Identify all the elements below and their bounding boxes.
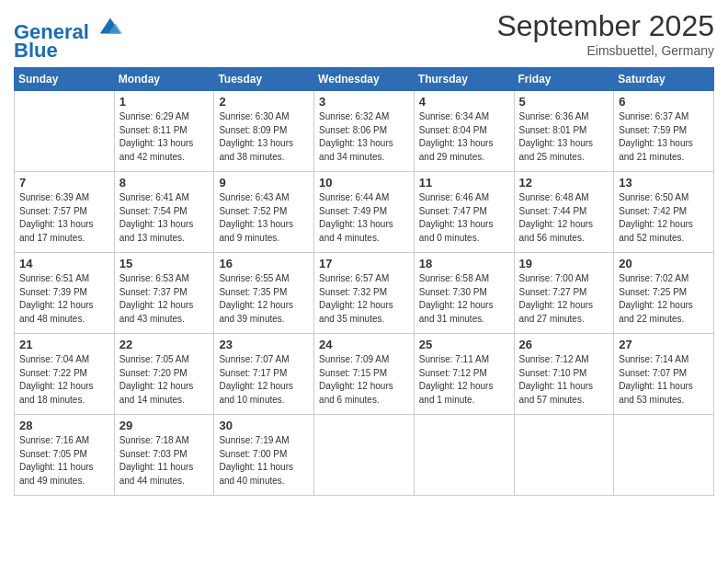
day-number: 5 bbox=[519, 95, 609, 109]
cell-content: Sunrise: 7:18 AMSunset: 7:03 PMDaylight:… bbox=[119, 434, 210, 488]
calendar-cell bbox=[15, 91, 115, 172]
day-header-wednesday: Wednesday bbox=[314, 68, 415, 91]
day-number: 30 bbox=[219, 419, 309, 432]
cell-content: Sunrise: 6:55 AMSunset: 7:35 PMDaylight:… bbox=[219, 272, 309, 326]
calendar-cell: 1Sunrise: 6:29 AMSunset: 8:11 PMDaylight… bbox=[114, 91, 214, 172]
calendar-cell: 3Sunrise: 6:32 AMSunset: 8:06 PMDaylight… bbox=[314, 91, 415, 172]
cell-content: Sunrise: 6:41 AMSunset: 7:54 PMDaylight:… bbox=[119, 191, 210, 245]
cell-content: Sunrise: 6:50 AMSunset: 7:42 PMDaylight:… bbox=[619, 191, 709, 245]
day-number: 21 bbox=[19, 338, 109, 351]
cell-content: Sunrise: 7:16 AMSunset: 7:05 PMDaylight:… bbox=[19, 434, 109, 488]
calendar-table: SundayMondayTuesdayWednesdayThursdayFrid… bbox=[14, 67, 714, 496]
day-number: 19 bbox=[519, 257, 609, 270]
day-header-thursday: Thursday bbox=[414, 68, 514, 91]
calendar-cell: 26Sunrise: 7:12 AMSunset: 7:10 PMDayligh… bbox=[514, 334, 614, 415]
calendar-cell: 22Sunrise: 7:05 AMSunset: 7:20 PMDayligh… bbox=[114, 334, 214, 415]
cell-content: Sunrise: 6:53 AMSunset: 7:37 PMDaylight:… bbox=[119, 272, 210, 326]
calendar-cell bbox=[314, 415, 415, 496]
calendar-cell: 8Sunrise: 6:41 AMSunset: 7:54 PMDaylight… bbox=[114, 172, 214, 253]
calendar-cell: 14Sunrise: 6:51 AMSunset: 7:39 PMDayligh… bbox=[15, 253, 115, 334]
calendar-cell: 10Sunrise: 6:44 AMSunset: 7:49 PMDayligh… bbox=[314, 172, 415, 253]
day-header-monday: Monday bbox=[114, 68, 214, 91]
cell-content: Sunrise: 6:44 AMSunset: 7:49 PMDaylight:… bbox=[319, 191, 409, 245]
calendar-cell: 24Sunrise: 7:09 AMSunset: 7:15 PMDayligh… bbox=[314, 334, 415, 415]
day-number: 2 bbox=[219, 95, 309, 109]
day-number: 25 bbox=[419, 338, 509, 351]
day-number: 26 bbox=[519, 338, 609, 351]
cell-content: Sunrise: 7:00 AMSunset: 7:27 PMDaylight:… bbox=[519, 272, 609, 326]
day-header-saturday: Saturday bbox=[614, 68, 714, 91]
calendar-cell: 17Sunrise: 6:57 AMSunset: 7:32 PMDayligh… bbox=[314, 253, 415, 334]
cell-content: Sunrise: 6:32 AMSunset: 8:06 PMDaylight:… bbox=[319, 110, 409, 164]
calendar-cell: 13Sunrise: 6:50 AMSunset: 7:42 PMDayligh… bbox=[614, 172, 714, 253]
calendar-cell: 7Sunrise: 6:39 AMSunset: 7:57 PMDaylight… bbox=[15, 172, 115, 253]
day-number: 28 bbox=[19, 419, 109, 432]
calendar-cell bbox=[614, 415, 714, 496]
cell-content: Sunrise: 6:36 AMSunset: 8:01 PMDaylight:… bbox=[519, 110, 609, 164]
cell-content: Sunrise: 6:43 AMSunset: 7:52 PMDaylight:… bbox=[219, 191, 309, 245]
day-number: 16 bbox=[219, 257, 309, 270]
calendar-week-4: 21Sunrise: 7:04 AMSunset: 7:22 PMDayligh… bbox=[15, 334, 714, 415]
calendar-week-3: 14Sunrise: 6:51 AMSunset: 7:39 PMDayligh… bbox=[15, 253, 714, 334]
day-number: 1 bbox=[119, 95, 210, 109]
day-number: 22 bbox=[119, 338, 210, 351]
cell-content: Sunrise: 7:14 AMSunset: 7:07 PMDaylight:… bbox=[619, 353, 709, 407]
day-header-friday: Friday bbox=[514, 68, 614, 91]
day-number: 17 bbox=[319, 257, 409, 270]
calendar-cell: 12Sunrise: 6:48 AMSunset: 7:44 PMDayligh… bbox=[514, 172, 614, 253]
cell-content: Sunrise: 7:19 AMSunset: 7:00 PMDaylight:… bbox=[219, 434, 309, 488]
day-number: 8 bbox=[119, 176, 210, 190]
day-number: 14 bbox=[19, 257, 109, 270]
calendar-cell: 30Sunrise: 7:19 AMSunset: 7:00 PMDayligh… bbox=[214, 415, 314, 496]
day-number: 10 bbox=[319, 176, 409, 190]
calendar-cell: 6Sunrise: 6:37 AMSunset: 7:59 PMDaylight… bbox=[614, 91, 714, 172]
title-area: September 2025 Eimsbuettel, Germany bbox=[496, 9, 714, 58]
day-number: 18 bbox=[419, 257, 509, 270]
day-number: 20 bbox=[619, 257, 709, 270]
cell-content: Sunrise: 6:48 AMSunset: 7:44 PMDaylight:… bbox=[519, 191, 609, 245]
calendar-cell bbox=[414, 415, 514, 496]
calendar-cell: 23Sunrise: 7:07 AMSunset: 7:17 PMDayligh… bbox=[214, 334, 314, 415]
logo-icon bbox=[97, 13, 122, 39]
day-number: 23 bbox=[219, 338, 309, 351]
cell-content: Sunrise: 6:58 AMSunset: 7:30 PMDaylight:… bbox=[419, 272, 509, 326]
calendar-cell: 27Sunrise: 7:14 AMSunset: 7:07 PMDayligh… bbox=[614, 334, 714, 415]
day-number: 11 bbox=[419, 176, 509, 190]
cell-content: Sunrise: 7:04 AMSunset: 7:22 PMDaylight:… bbox=[19, 353, 109, 407]
calendar-week-5: 28Sunrise: 7:16 AMSunset: 7:05 PMDayligh… bbox=[15, 415, 714, 496]
calendar-cell: 29Sunrise: 7:18 AMSunset: 7:03 PMDayligh… bbox=[114, 415, 214, 496]
calendar-cell: 11Sunrise: 6:46 AMSunset: 7:47 PMDayligh… bbox=[414, 172, 514, 253]
calendar-cell: 20Sunrise: 7:02 AMSunset: 7:25 PMDayligh… bbox=[614, 253, 714, 334]
cell-content: Sunrise: 7:11 AMSunset: 7:12 PMDaylight:… bbox=[419, 353, 509, 407]
month-title: September 2025 bbox=[496, 9, 714, 43]
calendar-cell bbox=[514, 415, 614, 496]
calendar-body: 1Sunrise: 6:29 AMSunset: 8:11 PMDaylight… bbox=[15, 91, 714, 496]
day-number: 29 bbox=[119, 419, 210, 432]
calendar-cell: 21Sunrise: 7:04 AMSunset: 7:22 PMDayligh… bbox=[15, 334, 115, 415]
calendar-cell: 16Sunrise: 6:55 AMSunset: 7:35 PMDayligh… bbox=[214, 253, 314, 334]
location: Eimsbuettel, Germany bbox=[496, 43, 714, 58]
day-number: 9 bbox=[219, 176, 309, 190]
day-number: 3 bbox=[319, 95, 409, 109]
calendar-cell: 5Sunrise: 6:36 AMSunset: 8:01 PMDaylight… bbox=[514, 91, 614, 172]
calendar-cell: 28Sunrise: 7:16 AMSunset: 7:05 PMDayligh… bbox=[15, 415, 115, 496]
cell-content: Sunrise: 6:29 AMSunset: 8:11 PMDaylight:… bbox=[119, 110, 210, 164]
calendar-cell: 15Sunrise: 6:53 AMSunset: 7:37 PMDayligh… bbox=[114, 253, 214, 334]
calendar-week-2: 7Sunrise: 6:39 AMSunset: 7:57 PMDaylight… bbox=[15, 172, 714, 253]
day-number: 12 bbox=[519, 176, 609, 190]
calendar-header-row: SundayMondayTuesdayWednesdayThursdayFrid… bbox=[15, 68, 714, 91]
cell-content: Sunrise: 7:02 AMSunset: 7:25 PMDaylight:… bbox=[619, 272, 709, 326]
day-number: 4 bbox=[419, 95, 509, 109]
calendar-cell: 18Sunrise: 6:58 AMSunset: 7:30 PMDayligh… bbox=[414, 253, 514, 334]
logo: General Blue bbox=[14, 13, 124, 62]
day-header-tuesday: Tuesday bbox=[214, 68, 314, 91]
day-number: 7 bbox=[19, 176, 109, 190]
calendar-cell: 9Sunrise: 6:43 AMSunset: 7:52 PMDaylight… bbox=[214, 172, 314, 253]
cell-content: Sunrise: 6:30 AMSunset: 8:09 PMDaylight:… bbox=[219, 110, 309, 164]
cell-content: Sunrise: 6:34 AMSunset: 8:04 PMDaylight:… bbox=[419, 110, 509, 164]
cell-content: Sunrise: 7:07 AMSunset: 7:17 PMDaylight:… bbox=[219, 353, 309, 407]
header: General Blue September 2025 Eimsbuettel,… bbox=[14, 9, 714, 62]
day-number: 13 bbox=[619, 176, 709, 190]
cell-content: Sunrise: 7:12 AMSunset: 7:10 PMDaylight:… bbox=[519, 353, 609, 407]
day-number: 15 bbox=[119, 257, 210, 270]
